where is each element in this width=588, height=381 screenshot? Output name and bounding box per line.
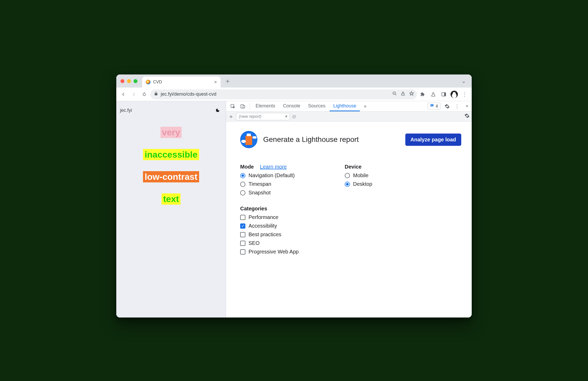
devtools-tab-lighthouse[interactable]: Lighthouse (330, 101, 360, 111)
category-check-best-practices[interactable]: Best practices (240, 232, 461, 238)
category-check-accessibility[interactable]: Accessibility (240, 223, 461, 229)
lighthouse-title: Generate a Lighthouse report (263, 135, 400, 144)
svg-rect-6 (431, 105, 433, 105)
learn-more-link[interactable]: Learn more (260, 164, 287, 170)
browser-toolbar: jec.fyi/demo/cds-quest-cvd ⋮ (116, 88, 472, 101)
devtools-close-icon[interactable]: × (462, 101, 472, 111)
tab-strip: CVD × ＋ ⌄ (116, 74, 472, 88)
dark-mode-toggle[interactable] (213, 106, 222, 115)
report-placeholder: (new report) (239, 114, 261, 119)
devtools-tab-console[interactable]: Console (279, 101, 304, 111)
close-window-icon[interactable] (120, 79, 124, 83)
mode-section: Mode Learn more Navigation (Default) Tim… (240, 164, 337, 196)
more-tabs-icon[interactable]: » (360, 101, 370, 111)
device-radio-mobile[interactable]: Mobile (345, 172, 461, 178)
content-area: jec.fyi very inaccessible low-contrast t… (116, 101, 472, 317)
webpage-viewport: jec.fyi very inaccessible low-contrast t… (116, 101, 226, 317)
zoom-icon[interactable] (392, 91, 397, 97)
new-tab-button[interactable]: ＋ (223, 77, 232, 85)
categories-label: Categories (240, 206, 267, 211)
lock-icon (154, 91, 158, 97)
device-options: Mobile Desktop (345, 172, 461, 187)
page-brand: jec.fyi (120, 108, 132, 113)
devtools-settings-icon[interactable] (442, 101, 452, 111)
demo-word: very (160, 127, 182, 138)
mode-options: Navigation (Default) Timespan Snapshot (240, 172, 337, 196)
chat-icon (430, 103, 434, 109)
labs-icon[interactable] (429, 90, 438, 99)
devtools-tabbar: Elements Console Sources Lighthouse » 4 (226, 101, 472, 112)
issues-badge[interactable]: 4 (428, 103, 440, 110)
reload-button[interactable] (140, 90, 149, 99)
favicon-icon (146, 80, 151, 84)
url-text: jec.fyi/demo/cds-quest-cvd (161, 91, 390, 97)
device-radio-desktop[interactable]: Desktop (345, 181, 461, 187)
tabs-overflow-icon[interactable]: ⌄ (459, 78, 469, 84)
demo-words: very inaccessible low-contrast text (120, 127, 222, 205)
demo-word: low-contrast (143, 171, 199, 182)
share-icon[interactable] (401, 91, 405, 97)
browser-menu-icon[interactable]: ⋮ (460, 90, 469, 99)
device-toolbar-icon[interactable] (238, 101, 247, 111)
browser-tab[interactable]: CVD × (142, 77, 221, 88)
profile-avatar[interactable] (450, 90, 459, 99)
lighthouse-toolbar: ＋ (new report) ▾ ⊘ (226, 112, 472, 122)
chevron-down-icon: ▾ (285, 114, 287, 119)
svg-rect-2 (444, 93, 446, 96)
maximize-window-icon[interactable] (134, 79, 137, 83)
close-tab-icon[interactable]: × (214, 79, 217, 85)
device-label: Device (345, 164, 362, 170)
mode-label: Mode (240, 164, 254, 170)
mode-radio-timespan[interactable]: Timespan (240, 181, 337, 187)
browser-window: CVD × ＋ ⌄ jec.fyi/demo/cds-quest-cvd (116, 74, 472, 317)
tab-title: CVD (153, 80, 211, 84)
minimize-window-icon[interactable] (127, 79, 131, 83)
mode-radio-snapshot[interactable]: Snapshot (240, 190, 337, 196)
issues-count: 4 (436, 104, 438, 109)
devtools-menu-icon[interactable]: ⋮ (452, 101, 462, 111)
svg-rect-5 (243, 105, 245, 108)
category-check-pwa[interactable]: Progressive Web App (240, 249, 461, 255)
devtools-tab-sources[interactable]: Sources (304, 101, 329, 111)
inspect-element-icon[interactable] (228, 101, 238, 111)
bookmark-star-icon[interactable] (409, 91, 414, 97)
lighthouse-panel: Generate a Lighthouse report Analyze pag… (226, 122, 472, 317)
side-panel-icon[interactable] (439, 90, 448, 99)
demo-word: inaccessible (143, 149, 199, 160)
omnibox-actions (392, 91, 414, 97)
address-bar[interactable]: jec.fyi/demo/cds-quest-cvd (150, 89, 417, 99)
devtools-tab-elements[interactable]: Elements (252, 101, 279, 111)
category-options: Performance Accessibility Best practices… (240, 214, 461, 255)
categories-section: Categories Performance Accessibility Bes… (240, 206, 461, 255)
window-controls (119, 74, 142, 88)
lighthouse-logo-icon (240, 131, 257, 148)
new-report-button[interactable]: ＋ (228, 113, 234, 120)
svg-rect-7 (431, 105, 433, 106)
report-dropdown[interactable]: (new report) ▾ (236, 113, 290, 120)
back-button[interactable] (119, 90, 128, 99)
category-check-performance[interactable]: Performance (240, 214, 461, 220)
extensions-icon[interactable] (418, 90, 427, 99)
category-check-seo[interactable]: SEO (240, 240, 461, 246)
device-section: Device Mobile Desktop (345, 164, 461, 196)
devtools-panel: Elements Console Sources Lighthouse » 4 (226, 101, 472, 317)
demo-word: text (162, 193, 180, 205)
lighthouse-settings-icon[interactable] (464, 113, 470, 120)
forward-button[interactable] (129, 90, 138, 99)
analyze-button[interactable]: Analyze page load (405, 134, 462, 146)
mode-radio-navigation[interactable]: Navigation (Default) (240, 172, 337, 178)
clear-icon[interactable]: ⊘ (292, 113, 296, 120)
